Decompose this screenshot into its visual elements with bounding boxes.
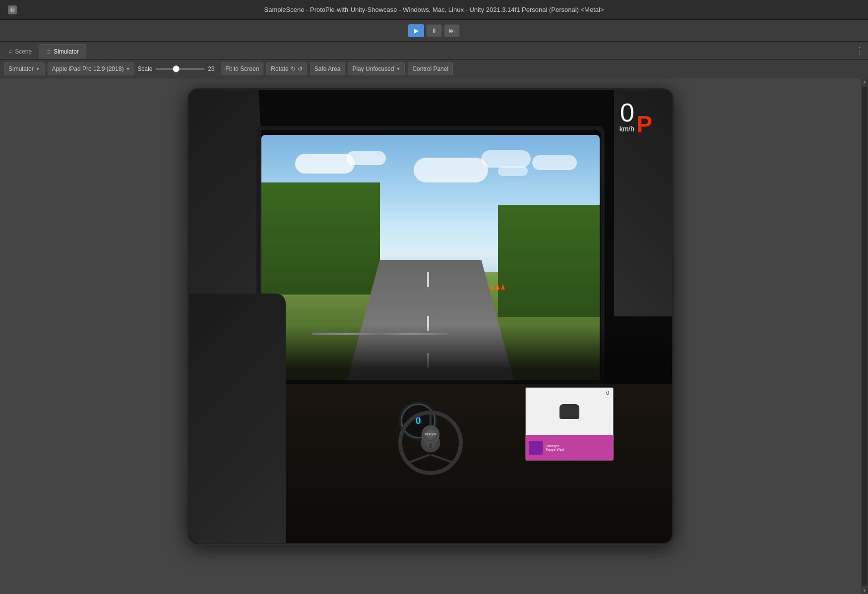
scale-value: 23 (208, 65, 218, 72)
simulator-label: Simulator (8, 65, 34, 72)
toolbar: Simulator ▼ Apple iPad Pro 12.9 (2018) ▼… (0, 59, 868, 78)
tab-simulator[interactable]: ⊡ Simulator (39, 44, 86, 59)
scale-slider-track[interactable] (155, 68, 205, 70)
step-button[interactable]: ⏭ (444, 24, 460, 37)
fit-to-screen-button[interactable]: Fit to Screen (221, 62, 263, 75)
hud-gear: P (636, 113, 652, 136)
scroll-up-button[interactable]: ▲ (861, 78, 868, 85)
scale-slider-thumb[interactable] (173, 65, 180, 72)
device-frame: 0 km/h P 0 D (187, 88, 674, 544)
cloud-3 (414, 158, 488, 182)
cloud-6 (532, 155, 577, 170)
infotainment-car-icon (559, 404, 579, 419)
music-title: Stronger (546, 444, 564, 448)
tab-bar: # Scene ⊡ Simulator ⋮ (0, 42, 868, 59)
spoke-right (431, 454, 453, 463)
device-chevron-icon: ▼ (125, 66, 130, 71)
forest-left (261, 182, 380, 295)
volvo-logo: VOLVO (422, 425, 439, 443)
infotainment-map-area: 0 (526, 388, 613, 435)
play-unfocused-label: Play Unfocused (352, 65, 394, 72)
road-line-1 (427, 272, 429, 287)
cloud-5 (498, 166, 528, 176)
simulator-tab-icon: ⊡ (46, 49, 51, 55)
pause-button[interactable]: ⏸ (426, 24, 442, 37)
cone-1 (490, 284, 494, 290)
rotate-label: Rotate (271, 65, 288, 72)
control-panel-label: Control Panel (412, 65, 448, 72)
scene-tab-label: Scene (15, 48, 32, 55)
hud-overlay: 0 km/h P (620, 100, 652, 136)
driver-seat (189, 294, 286, 543)
unity-icon: U (8, 5, 17, 14)
play-unfocused-chevron-icon: ▼ (396, 66, 400, 71)
simulator-chevron-icon: ▼ (36, 66, 40, 71)
device-label: Apple iPad Pro 12.9 (2018) (52, 65, 124, 72)
playback-bar: ▶ ⏸ ⏭ (0, 20, 868, 42)
scene-tab-icon: # (9, 49, 12, 55)
safe-area-label: Safe Area (314, 65, 341, 72)
fit-to-screen-label: Fit to Screen (225, 65, 259, 72)
svg-text:U: U (11, 8, 13, 12)
play-unfocused-button[interactable]: Play Unfocused ▼ (348, 62, 405, 75)
scale-control: Scale 23 (137, 65, 218, 72)
construction-cones (490, 284, 505, 290)
infotainment-screen[interactable]: 0 Stronger Kanye West (525, 387, 614, 461)
music-artist: Kanye West (546, 448, 564, 451)
hud-unit: km/h (620, 125, 634, 132)
control-panel-button[interactable]: Control Panel (408, 62, 453, 75)
hud-speed-group: 0 km/h (620, 100, 634, 136)
car-scene: 0 km/h P 0 D (189, 90, 672, 543)
scrollbar-track[interactable] (862, 86, 867, 586)
rotate-ccw-icon: ↺ (298, 65, 303, 72)
cone-2 (496, 284, 499, 290)
infotainment-music-area: Stronger Kanye West (526, 435, 613, 460)
music-album-art (529, 441, 543, 455)
cloud-4 (481, 150, 531, 168)
device-dropdown-button[interactable]: Apple iPad Pro 12.9 (2018) ▼ (48, 62, 135, 75)
music-info: Stronger Kanye West (546, 444, 564, 451)
volvo-text: VOLVO (425, 432, 436, 436)
spoke-left (408, 454, 430, 463)
safe-area-button[interactable]: Safe Area (310, 62, 345, 75)
rotate-button[interactable]: Rotate ↻ ↺ (266, 62, 307, 75)
forest-right (498, 205, 600, 317)
simulator-area: 0 km/h P 0 D (0, 78, 861, 594)
simulator-tab-label: Simulator (54, 48, 79, 55)
window-title: SampleScene - ProtoPie-with-Unity-Showca… (264, 6, 604, 13)
cloud-2 (346, 151, 386, 165)
scale-label: Scale (137, 65, 152, 72)
scroll-down-button[interactable]: ▼ (861, 587, 868, 594)
infotainment-speed: 0 (606, 390, 609, 396)
vertical-scrollbar[interactable]: ▲ ▼ (861, 78, 868, 594)
main-content: 0 km/h P 0 D (0, 78, 868, 594)
cone-3 (501, 284, 505, 290)
simulator-dropdown-button[interactable]: Simulator ▼ (4, 62, 45, 75)
tab-more-button[interactable]: ⋮ (855, 45, 864, 56)
play-button[interactable]: ▶ (408, 24, 424, 37)
title-bar: U SampleScene - ProtoPie-with-Unity-Show… (0, 0, 868, 20)
rotate-cw-icon: ↻ (291, 65, 296, 72)
hud-speed: 0 (620, 100, 634, 125)
tab-scene[interactable]: # Scene (2, 44, 39, 59)
